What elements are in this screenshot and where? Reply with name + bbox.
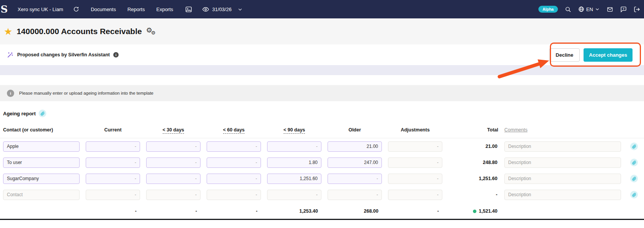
current-input[interactable] <box>86 190 140 200</box>
info-icon: i <box>7 90 14 97</box>
language-selector[interactable]: EN <box>578 6 600 12</box>
60-days-input[interactable] <box>207 190 261 200</box>
30-days-input[interactable] <box>146 174 201 184</box>
navbar-right: Alpha EN ? <box>538 6 640 13</box>
comment-input[interactable] <box>504 190 621 200</box>
table-header-row: Contact (or customer) Current < 30 days … <box>0 127 644 138</box>
silverfin-logo[interactable]: S <box>0 0 11 18</box>
header-older: Older <box>328 127 382 133</box>
current-input[interactable] <box>86 141 140 152</box>
current-input[interactable] <box>86 157 140 168</box>
header-30-days: < 30 days <box>146 127 201 133</box>
contact-name-input[interactable] <box>3 174 80 184</box>
section-title: Ageing report <box>3 111 36 116</box>
paperclip-icon[interactable] <box>630 143 638 150</box>
30-days-input[interactable] <box>146 157 201 168</box>
globe-icon <box>578 6 584 12</box>
chevron-down-icon[interactable] <box>238 7 243 12</box>
comment-input[interactable] <box>504 157 621 168</box>
decline-button[interactable]: Decline <box>549 48 580 62</box>
banner-text: Please manually enter or upload ageing i… <box>19 91 153 95</box>
menu-reports[interactable]: Reports <box>127 7 145 12</box>
row-total: 248.80 <box>448 160 498 165</box>
info-banner: i Please manually enter or upload ageing… <box>0 85 644 101</box>
row-total: - <box>448 192 498 197</box>
older-input[interactable] <box>328 157 382 168</box>
60-days-input[interactable] <box>207 141 261 152</box>
period-date: 31/03/26 <box>212 7 232 12</box>
magic-wand-icon <box>7 52 13 58</box>
assistant-proposed-changes-bar: Proposed changes by Silverfin Assistant … <box>0 44 644 65</box>
total-current: - <box>86 208 140 214</box>
paperclip-icon[interactable] <box>39 110 46 117</box>
help-icon[interactable]: ? <box>620 6 627 13</box>
svg-text:?: ? <box>623 7 624 10</box>
paperclip-icon[interactable] <box>630 175 638 182</box>
60-days-input[interactable] <box>207 157 261 168</box>
grand-total: 1,521.40 <box>448 208 498 214</box>
90-days-input[interactable] <box>267 190 321 200</box>
eye-icon <box>202 6 209 13</box>
adjustments-input[interactable] <box>388 190 442 200</box>
image-icon[interactable] <box>185 6 192 13</box>
total-90-days: 1,253.40 <box>267 208 321 214</box>
older-input[interactable] <box>328 190 382 200</box>
accept-changes-button[interactable]: Accept changes <box>584 48 633 62</box>
comment-input[interactable] <box>504 141 621 152</box>
page-title: 140000.000 Accounts Receivable <box>16 27 142 36</box>
90-days-input[interactable] <box>267 157 321 168</box>
header-comments: Comments <box>504 127 621 133</box>
90-days-input[interactable] <box>267 174 321 184</box>
table-bottom-rule <box>0 219 644 220</box>
info-icon[interactable]: i <box>113 52 119 57</box>
company-selector[interactable]: Xero sync UK - Liam <box>18 7 63 12</box>
total-60-days: - <box>207 208 261 214</box>
search-icon[interactable] <box>565 6 571 13</box>
alpha-badge[interactable]: Alpha <box>538 6 558 13</box>
older-input[interactable] <box>328 174 382 184</box>
contact-name-input[interactable] <box>3 141 80 152</box>
total-adjustments: - <box>388 208 442 214</box>
older-input[interactable] <box>328 141 382 152</box>
period-selector[interactable]: 31/03/26 <box>202 6 232 13</box>
page-header: ★ 140000.000 Accounts Receivable ⚙⚙ <box>0 18 644 44</box>
paperclip-icon[interactable] <box>630 159 638 166</box>
total-older: 268.00 <box>328 208 382 214</box>
mail-icon[interactable] <box>607 7 613 12</box>
header-current: Current <box>86 127 140 133</box>
row-total: 1,251.60 <box>448 176 498 181</box>
current-input[interactable] <box>86 174 140 184</box>
header-contact: Contact (or customer) <box>3 127 80 133</box>
header-60-days: < 60 days <box>207 127 261 133</box>
30-days-input[interactable] <box>146 141 201 152</box>
chevron-down-icon <box>595 7 600 11</box>
settings-gears-icon[interactable]: ⚙⚙ <box>146 26 158 36</box>
proposed-changes-strip <box>0 65 644 75</box>
menu-exports[interactable]: Exports <box>156 7 173 12</box>
adjustments-input[interactable] <box>388 174 442 184</box>
assistant-actions: Decline Accept changes <box>549 48 633 62</box>
menu-documents[interactable]: Documents <box>91 7 116 12</box>
totals-row: - - - 1,253.40 268.00 - 1,521.40 <box>0 205 644 217</box>
30-days-input[interactable] <box>146 190 201 200</box>
contact-name-input[interactable] <box>3 157 80 168</box>
adjustments-input[interactable] <box>388 157 442 168</box>
comment-input[interactable] <box>504 174 621 184</box>
main-menu: Documents Reports Exports <box>91 7 173 12</box>
table-row: 21.00 <box>0 138 644 154</box>
table-row: 1,251.60 <box>0 171 644 187</box>
90-days-input[interactable] <box>267 141 321 152</box>
language-label: EN <box>586 7 593 12</box>
favorite-star-icon[interactable]: ★ <box>4 26 12 37</box>
sync-icon[interactable] <box>73 6 79 12</box>
total-30-days: - <box>146 208 201 214</box>
contact-name-input[interactable] <box>3 190 80 200</box>
section-header: Ageing report <box>3 110 644 117</box>
table-row: - <box>0 187 644 203</box>
top-navbar: S Xero sync UK - Liam Documents Reports … <box>0 0 644 18</box>
logout-icon[interactable] <box>634 6 640 13</box>
adjustments-input[interactable] <box>388 141 442 152</box>
60-days-input[interactable] <box>207 174 261 184</box>
assistant-label: Proposed changes by Silverfin Assistant <box>17 52 110 57</box>
paperclip-icon[interactable] <box>630 191 638 198</box>
